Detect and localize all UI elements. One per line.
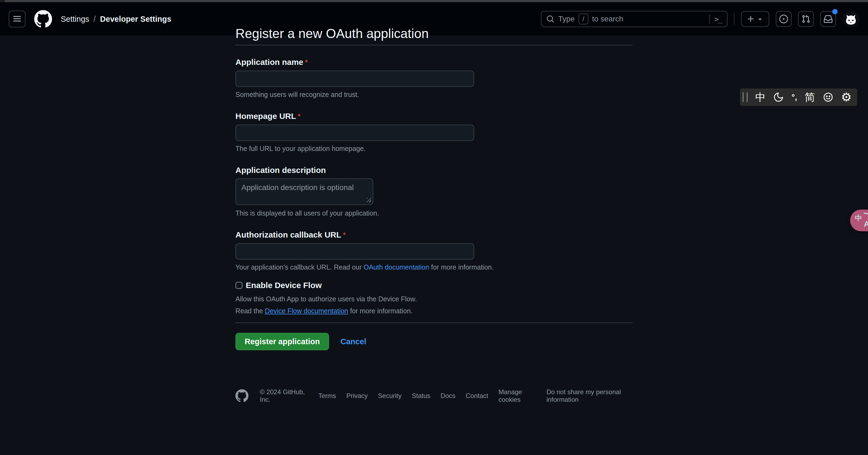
oauth-register-page: Settings / Developer Settings Type / to … (0, 0, 868, 455)
device-flow-note2-suffix: for more information. (348, 307, 413, 315)
device-flow-note-1: Allow this OAuth App to authorize users … (236, 294, 632, 304)
hamburger-icon (13, 15, 22, 24)
application-name-input[interactable] (236, 70, 474, 87)
application-description-group: Application description This is displaye… (236, 165, 632, 218)
title-divider (236, 45, 632, 45)
device-flow-row: Enable Device Flow (236, 281, 632, 290)
homepage-url-label: Homepage URL* (236, 111, 632, 121)
breadcrumb-settings-link[interactable]: Settings (61, 15, 89, 24)
translate-icon-latin: A (864, 219, 868, 229)
homepage-url-note: The full URL to your application homepag… (236, 144, 632, 153)
simplified-chinese-icon[interactable]: 简 (805, 92, 815, 102)
inbox-icon (824, 15, 833, 23)
form-actions: Register application Cancel (236, 333, 632, 350)
footer-github-logo-icon (236, 389, 248, 402)
drag-handle-icon[interactable] (743, 92, 748, 102)
window-edge-notch (0, 0, 5, 2)
device-flow-note-2: Read the Device Flow documentation for m… (236, 306, 632, 315)
footer-copyright: © 2024 GitHub, Inc. (260, 388, 305, 403)
search-divider (709, 15, 710, 24)
create-new-button[interactable] (741, 11, 769, 27)
unread-notification-dot (832, 9, 838, 15)
application-description-label-text: Application description (236, 166, 326, 175)
callback-url-input[interactable] (236, 243, 474, 259)
chevron-down-icon (756, 16, 764, 23)
callback-url-note: Your application’s callback URL. Read ou… (236, 263, 632, 272)
application-name-note: Something users will recognize and trust… (236, 90, 632, 99)
required-asterisk: * (298, 112, 301, 120)
application-description-label: Application description (236, 165, 632, 175)
oauth-documentation-link[interactable]: OAuth documentation (364, 263, 429, 271)
translate-icon-zh: 中 (855, 214, 862, 223)
search-right-group: >_ (709, 15, 722, 24)
plus-icon (747, 15, 755, 23)
homepage-url-label-text: Homepage URL (236, 112, 296, 120)
footer-link-manage-cookies[interactable]: Manage cookies (499, 388, 536, 403)
application-name-label-text: Application name (236, 58, 303, 66)
callback-url-label: Authorization callback URL* (236, 230, 632, 240)
pull-requests-button[interactable] (798, 11, 814, 27)
footer-link-security[interactable]: Security (378, 392, 402, 400)
issue-opened-icon (779, 15, 788, 23)
user-avatar[interactable] (842, 10, 859, 27)
github-logo-icon[interactable] (34, 10, 52, 28)
callback-note-prefix: Your application’s callback URL. Read ou… (236, 263, 364, 271)
chinese-translate-icon[interactable]: 中 (755, 92, 766, 102)
required-asterisk: * (305, 58, 308, 66)
device-flow-note2-prefix: Read the (236, 307, 265, 315)
hamburger-menu-button[interactable] (9, 10, 26, 27)
homepage-url-input[interactable] (236, 124, 474, 141)
gear-icon[interactable]: ⚙ (841, 91, 852, 103)
footer-link-docs[interactable]: Docs (440, 392, 456, 400)
footer-link-terms[interactable]: Terms (318, 392, 336, 400)
footer-link-do-not-share[interactable]: Do not share my personal information (546, 388, 632, 403)
issues-button[interactable] (776, 11, 792, 27)
main-content: Register a new OAuth application Applica… (236, 0, 632, 403)
application-name-label: Application name* (236, 57, 632, 67)
translate-icon: 中 A (855, 214, 868, 227)
inbox-wrap (820, 11, 836, 27)
pinyin-annotation-icon[interactable]: °, (792, 93, 797, 101)
application-description-textarea[interactable] (236, 178, 373, 205)
enable-device-flow-label[interactable]: Enable Device Flow (246, 281, 322, 290)
header-divider (734, 13, 735, 25)
extension-toolbar[interactable]: 中 °, 简 ⚙ (740, 88, 857, 106)
callback-url-group: Authorization callback URL* Your applica… (236, 230, 632, 272)
translate-floating-button[interactable]: 中 A (850, 209, 868, 231)
footer-link-status[interactable]: Status (412, 392, 430, 400)
callback-url-label-text: Authorization callback URL (236, 230, 341, 239)
footer: © 2024 GitHub, Inc. Terms Privacy Securi… (236, 388, 632, 403)
callback-note-suffix: for more information. (429, 263, 494, 271)
command-palette-icon[interactable]: >_ (714, 15, 722, 23)
breadcrumb-separator: / (94, 15, 96, 24)
smiley-icon[interactable] (823, 92, 834, 103)
page-title: Register a new OAuth application (236, 26, 632, 41)
homepage-url-group: Homepage URL* The full URL to your appli… (236, 111, 632, 153)
translate-icon-arc (864, 213, 868, 219)
enable-device-flow-checkbox[interactable] (236, 282, 243, 289)
breadcrumb-current: Developer Settings (100, 15, 172, 24)
dark-mode-moon-icon[interactable] (773, 92, 784, 103)
device-flow-documentation-link[interactable]: Device Flow documentation (265, 307, 348, 315)
footer-link-privacy[interactable]: Privacy (346, 392, 368, 400)
register-application-button[interactable]: Register application (236, 333, 329, 350)
application-description-note: This is displayed to all users of your a… (236, 209, 632, 218)
application-name-group: Application name* Something users will r… (236, 57, 632, 99)
breadcrumb: Settings / Developer Settings (61, 15, 172, 24)
form-bottom-divider (236, 322, 632, 323)
git-pull-request-icon (802, 15, 810, 23)
required-asterisk: * (343, 231, 346, 239)
description-textarea-wrap (236, 178, 373, 206)
footer-link-contact[interactable]: Contact (466, 392, 488, 400)
cancel-link[interactable]: Cancel (340, 337, 366, 346)
